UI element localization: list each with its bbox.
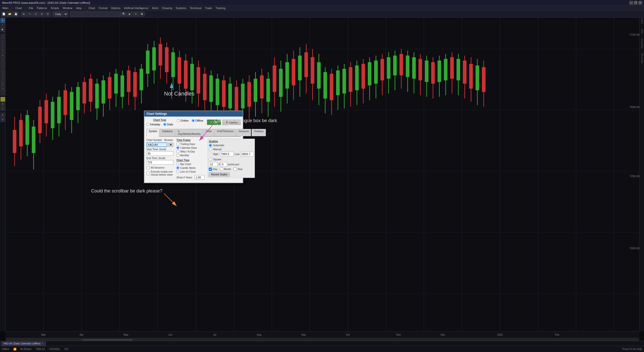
tool-horizontal[interactable]: ─ xyxy=(1,38,5,43)
tab-xao[interactable]: XAO.AX (Daily Calendar) (offline) ✕ xyxy=(1,341,46,346)
menu-window[interactable]: Window xyxy=(61,6,74,10)
tool-fib[interactable]: φ xyxy=(1,53,5,57)
menu-technical[interactable]: Technical xyxy=(188,6,203,10)
line-on-close-radio[interactable] xyxy=(176,170,179,173)
tool-gann[interactable]: G xyxy=(1,81,5,86)
ok-button[interactable]: ✓ OK xyxy=(207,120,221,125)
offline-radio-item[interactable]: Offline xyxy=(192,119,204,122)
restore-btn[interactable]: ❐ xyxy=(634,1,637,5)
calendar-days-radio[interactable] xyxy=(176,146,179,149)
candle-sticks-radio[interactable] xyxy=(176,166,179,169)
tool-cycle[interactable]: ◷ xyxy=(1,86,5,91)
scroll-thumb[interactable] xyxy=(82,339,133,341)
menu-systems[interactable]: Systems xyxy=(174,6,188,10)
tool-zoom[interactable]: 🔍 xyxy=(1,28,5,32)
candle-sticks-item[interactable]: Candle Sticks xyxy=(176,166,205,169)
offline-radio[interactable] xyxy=(192,119,195,122)
tool-ellipse[interactable]: ○ xyxy=(1,67,5,72)
tool-measure[interactable]: ↔ xyxy=(1,91,5,95)
tool-cursor[interactable]: ↖ xyxy=(1,18,5,23)
close-btn[interactable]: ✕ xyxy=(638,1,642,5)
tab-color[interactable]: Color xyxy=(204,129,214,136)
square-radio[interactable] xyxy=(209,158,212,161)
tab-sessions[interactable]: Sessions xyxy=(236,129,251,136)
bar-chart-radio[interactable] xyxy=(176,163,179,166)
tool-crosshair[interactable]: + xyxy=(1,23,5,27)
all-sessions-checkbox[interactable] xyxy=(146,166,150,169)
toolbar-open[interactable]: 📂 xyxy=(7,12,13,17)
menu-ai[interactable]: Artificial Intelligence xyxy=(123,6,150,10)
tool-yellow[interactable]: ■ xyxy=(1,97,5,102)
menu-file[interactable]: File xyxy=(27,6,35,10)
points-x-input[interactable] xyxy=(209,162,218,167)
menu-options[interactable]: Options xyxy=(109,6,122,10)
automatic-radio[interactable] xyxy=(209,144,212,147)
tool-trendline[interactable]: ╱ xyxy=(1,34,5,38)
menu-astro[interactable]: Astro xyxy=(150,6,160,10)
toolbar-pause-btn[interactable]: ⏸ xyxy=(133,12,139,17)
calendar-days-item[interactable]: Calendar Days xyxy=(176,146,205,149)
toolbar-rec-btn[interactable]: ⏺ xyxy=(139,12,145,17)
cancel-button[interactable]: ✕ Cancel xyxy=(222,120,241,125)
menu-main[interactable]: Main xyxy=(1,6,10,10)
year-checkbox[interactable] xyxy=(233,168,237,171)
tool-extra2[interactable]: ⊞ xyxy=(1,117,5,122)
menu-drawing[interactable]: Drawing xyxy=(160,6,174,10)
tool-settings[interactable]: ⚙ xyxy=(1,102,5,106)
toolbar-search-btn[interactable]: 🔍 xyxy=(121,12,127,17)
browse-btn[interactable]: ▼ xyxy=(168,143,174,147)
line-on-close-item[interactable]: Line on Close xyxy=(176,170,205,173)
menu-chart2[interactable]: Chart xyxy=(87,6,97,10)
high-input[interactable] xyxy=(220,152,234,156)
tool-rect[interactable]: □ xyxy=(1,62,5,67)
square-row[interactable]: Square xyxy=(209,158,253,161)
toolbar-btn4[interactable]: ⊕ xyxy=(39,12,45,17)
chart-area[interactable]: 7750.00 7500.00 7250.00 7000.00 Chart Se… xyxy=(6,18,639,331)
toolbar-new[interactable]: 📄 xyxy=(1,12,7,17)
tool-channel[interactable]: ≡ xyxy=(1,48,5,53)
day-item[interactable]: Day xyxy=(209,168,217,171)
intraday-radio-item[interactable]: Intraday xyxy=(146,123,160,126)
online-radio[interactable] xyxy=(177,119,180,122)
scroll-track[interactable] xyxy=(7,339,638,341)
tool-vertical[interactable]: │ xyxy=(1,43,5,48)
toolbar-save[interactable]: 💾 xyxy=(13,12,19,17)
monthly-radio[interactable] xyxy=(176,154,179,157)
toolbar-play-btn[interactable]: ▶ xyxy=(127,12,133,17)
end-time-input[interactable] xyxy=(146,160,173,165)
scrollbar[interactable] xyxy=(6,338,639,341)
tool-extra1[interactable]: ◈ xyxy=(1,113,5,117)
show-years-input[interactable] xyxy=(194,175,205,180)
start-time-input[interactable] xyxy=(146,151,173,156)
points-y-input[interactable] xyxy=(221,162,227,167)
menu-help[interactable]: Help xyxy=(74,6,83,10)
symbol-input[interactable] xyxy=(146,142,167,147)
tool-arrow[interactable]: ↗ xyxy=(1,72,5,76)
menu-chart[interactable]: Chart xyxy=(14,6,24,10)
tab-holidays[interactable]: Holidays xyxy=(252,129,266,136)
menu-scripts[interactable]: Scripts xyxy=(49,6,61,10)
toolbar-btn2[interactable]: ✎ xyxy=(27,12,32,17)
menu-patterns[interactable]: Patterns xyxy=(35,6,49,10)
execute-scripts-checkbox[interactable] xyxy=(146,172,150,175)
tool-delete[interactable]: ✕ xyxy=(1,107,5,111)
symbol-search-input[interactable] xyxy=(70,12,120,17)
day-checkbox[interactable] xyxy=(209,168,212,171)
daily-radio[interactable] xyxy=(163,123,166,126)
wkly-nday-radio[interactable] xyxy=(176,150,179,153)
intraday-radio[interactable] xyxy=(146,123,149,126)
minimize-btn[interactable]: ─ xyxy=(629,1,633,5)
wkly-nday-item[interactable]: Wkly / N-Day xyxy=(176,150,205,153)
trading-days-item[interactable]: Trading Days xyxy=(176,142,205,145)
manual-radio[interactable] xyxy=(209,148,212,151)
monthly-item[interactable]: Monthly xyxy=(176,154,205,157)
month-item[interactable]: Month xyxy=(220,168,231,171)
trading-days-radio[interactable] xyxy=(176,142,179,145)
year-item[interactable]: Year xyxy=(233,168,243,171)
tool-wave[interactable]: ∿ xyxy=(1,77,5,81)
tab-nday[interactable]: n-Day/Weekly/Monthly xyxy=(176,129,203,136)
menu-training[interactable]: Training xyxy=(214,6,227,10)
tab-symbol[interactable]: Symbol xyxy=(146,129,159,137)
tab-xao-close[interactable]: ✕ xyxy=(42,342,44,345)
menu-format[interactable]: Format xyxy=(97,6,109,10)
